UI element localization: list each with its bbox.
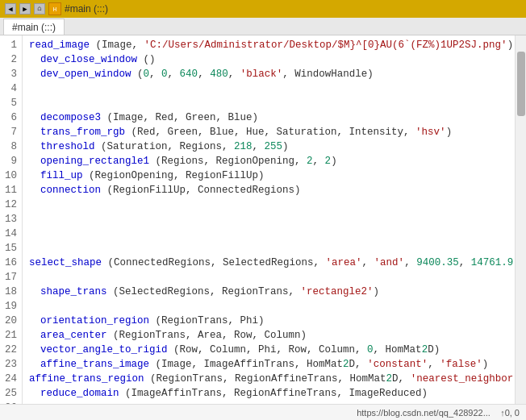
line-number: 5: [3, 97, 17, 111]
line-number: 24: [3, 372, 17, 387]
code-line[interactable]: [29, 300, 508, 314]
code-line[interactable]: [29, 213, 508, 227]
status-bar: https://blog.csdn.net/qq_428922... ↑0, 0: [0, 404, 526, 420]
line-number: 26: [3, 401, 17, 404]
line-number: 25: [3, 387, 17, 401]
line-number: 11: [3, 184, 17, 198]
code-line[interactable]: [29, 242, 508, 256]
code-line[interactable]: select_shape (ConnectedRegions, Selected…: [29, 256, 508, 271]
status-coords: ↑0, 0: [500, 408, 520, 418]
code-text: dev_open_window (0, 0, 640, 480, 'black'…: [40, 68, 374, 82]
code-area[interactable]: read_image (Image, 'C:/Users/Administrat…: [23, 35, 515, 404]
line-number: 12: [3, 198, 17, 213]
line-number: 18: [3, 285, 17, 300]
status-url: https://blog.csdn.net/qq_428922...: [357, 408, 491, 418]
line-number: 19: [3, 300, 17, 314]
line-number: 16: [3, 256, 17, 271]
main-tab[interactable]: #main (:::): [3, 19, 65, 35]
code-text: vector_angle_to_rigid (Row, Column, Phi,…: [40, 343, 440, 358]
code-text: [40, 271, 47, 285]
code-line[interactable]: orientation_region (RegionTrans, Phi): [29, 314, 508, 329]
code-text: affine_trans_image (Image, ImageAffinTra…: [40, 358, 488, 372]
title-bar: ◀ ▶ ⌂ H #main (:::): [0, 0, 526, 18]
code-line[interactable]: [29, 97, 508, 111]
line-numbers: 1234567891011121314151617181920212223242…: [0, 35, 23, 404]
code-text: [40, 227, 47, 242]
code-text: [40, 401, 47, 404]
code-line[interactable]: [29, 271, 508, 285]
line-number: 3: [3, 68, 17, 82]
code-text: [40, 242, 47, 256]
code-line[interactable]: affine_trans_region (RegionTrans, Region…: [29, 372, 508, 387]
code-line[interactable]: trans_from_rgb (Red, Green, Blue, Hue, S…: [29, 126, 508, 140]
code-text: dev_close_window (): [40, 53, 156, 68]
code-text: decompose3 (Image, Red, Green, Blue): [40, 111, 258, 126]
line-number: 9: [3, 155, 17, 169]
code-text: [40, 82, 47, 97]
code-line[interactable]: connection (RegionFillUp, ConnectedRegio…: [29, 184, 508, 198]
tab-bar: #main (:::): [0, 18, 526, 35]
code-line[interactable]: decompose3 (Image, Red, Green, Blue): [29, 111, 508, 126]
line-number: 14: [3, 227, 17, 242]
code-line[interactable]: [29, 401, 508, 404]
code-line[interactable]: dev_close_window (): [29, 53, 508, 68]
code-text: opening_rectangle1 (Regions, RegionOpeni…: [40, 155, 337, 169]
code-line[interactable]: reduce_domain (ImageAffinTrans, RegionAf…: [29, 387, 508, 401]
code-text: fill_up (RegionOpening, RegionFillUp): [40, 169, 265, 184]
code-line[interactable]: opening_rectangle1 (Regions, RegionOpeni…: [29, 155, 508, 169]
line-number: 8: [3, 140, 17, 155]
code-text: connection (RegionFillUp, ConnectedRegio…: [40, 184, 301, 198]
code-text: [40, 198, 47, 213]
code-line[interactable]: shape_trans (SelectedRegions, RegionTran…: [29, 285, 508, 300]
code-line[interactable]: [29, 198, 508, 213]
code-line[interactable]: [29, 227, 508, 242]
line-number: 13: [3, 213, 17, 227]
line-number: 2: [3, 53, 17, 68]
line-number: 10: [3, 169, 17, 184]
scrollbar-thumb[interactable]: [517, 52, 525, 116]
title-bar-text: #main (:::): [65, 3, 108, 15]
tab-icon: H: [48, 2, 61, 15]
code-text: [40, 300, 47, 314]
line-number: 4: [3, 82, 17, 97]
code-text: read_image (Image, 'C:/Users/Administrat…: [29, 39, 513, 53]
code-text: threshold (Saturation, Regions, 218, 255…: [40, 140, 289, 155]
scrollbar-vertical[interactable]: [515, 35, 526, 404]
code-text: select_shape (ConnectedRegions, Selected…: [29, 256, 515, 271]
line-number: 23: [3, 358, 17, 372]
code-text: [40, 213, 47, 227]
code-line[interactable]: fill_up (RegionOpening, RegionFillUp): [29, 169, 508, 184]
code-text: shape_trans (SelectedRegions, RegionTran…: [40, 285, 379, 300]
code-text: reduce_domain (ImageAffinTrans, RegionAf…: [40, 387, 428, 401]
code-text: [40, 97, 47, 111]
code-text: orientation_region (RegionTrans, Phi): [40, 314, 265, 329]
home-btn[interactable]: ⌂: [34, 3, 45, 15]
line-number: 6: [3, 111, 17, 126]
line-number: 21: [3, 329, 17, 343]
line-number: 7: [3, 126, 17, 140]
forward-btn[interactable]: ▶: [19, 3, 31, 15]
line-number: 1: [3, 39, 17, 53]
line-number: 17: [3, 271, 17, 285]
back-btn[interactable]: ◀: [5, 3, 16, 15]
line-number: 15: [3, 242, 17, 256]
status-right: https://blog.csdn.net/qq_428922... ↑0, 0: [357, 408, 520, 418]
line-number: 22: [3, 343, 17, 358]
code-line[interactable]: affine_trans_image (Image, ImageAffinTra…: [29, 358, 508, 372]
code-line[interactable]: threshold (Saturation, Regions, 218, 255…: [29, 140, 508, 155]
code-text: area_center (RegionTrans, Area, Row, Col…: [40, 329, 307, 343]
code-text: affine_trans_region (RegionTrans, Region…: [29, 372, 515, 387]
line-number: 20: [3, 314, 17, 329]
code-line[interactable]: dev_open_window (0, 0, 640, 480, 'black'…: [29, 68, 508, 82]
code-line[interactable]: vector_angle_to_rigid (Row, Column, Phi,…: [29, 343, 508, 358]
code-line[interactable]: read_image (Image, 'C:/Users/Administrat…: [29, 39, 508, 53]
editor: 1234567891011121314151617181920212223242…: [0, 35, 526, 404]
code-line[interactable]: area_center (RegionTrans, Area, Row, Col…: [29, 329, 508, 343]
code-line[interactable]: [29, 82, 508, 97]
code-text: trans_from_rgb (Red, Green, Blue, Hue, S…: [40, 126, 452, 140]
